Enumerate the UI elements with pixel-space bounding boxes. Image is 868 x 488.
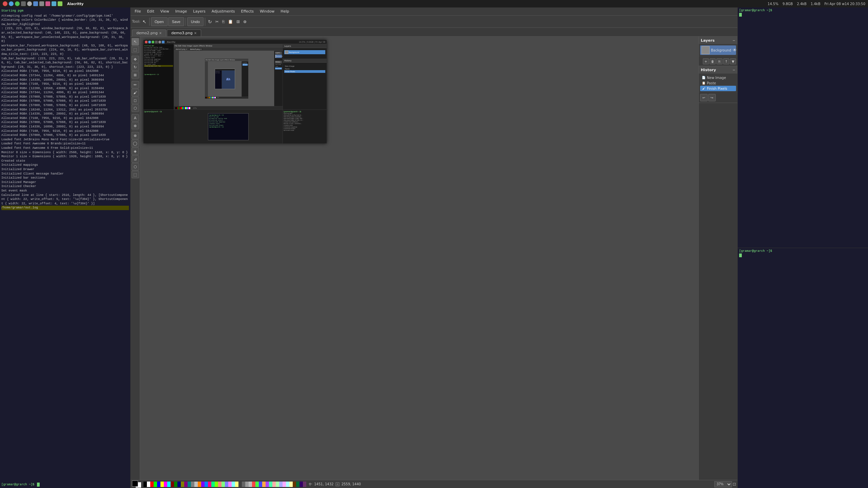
menu-view[interactable]: View (158, 8, 172, 14)
palette-color-swatch[interactable] (296, 482, 300, 487)
right-terminal-top[interactable]: [gramar@grarch ~]$ (738, 7, 868, 248)
paste-icon[interactable]: 📋 (227, 19, 234, 25)
palette-color-swatch[interactable] (228, 482, 232, 487)
palette-color-swatch[interactable] (269, 482, 272, 487)
palette-color-swatch[interactable] (232, 482, 235, 487)
cut-icon[interactable]: ✂ (214, 19, 220, 25)
tool-eyedropper[interactable]: ⊕ (132, 122, 139, 129)
left-terminal-prompt[interactable]: [gramar@grarch ~]$ (1, 483, 129, 487)
history-undo-button[interactable]: ↩ (700, 94, 708, 101)
palette-color-swatch[interactable] (184, 482, 188, 487)
palette-color-swatch[interactable] (303, 482, 306, 487)
zoom-select[interactable]: 25% 37% 50% 75% 100% 200% (714, 481, 732, 487)
palette-color-swatch[interactable] (221, 482, 225, 487)
history-item-paste[interactable]: 📋 Paste (700, 80, 736, 86)
palette-color-swatch[interactable] (205, 482, 208, 487)
menu-effects[interactable]: Effects (238, 8, 256, 14)
palette-color-swatch[interactable] (194, 482, 198, 487)
history-collapse-button[interactable]: − (733, 68, 735, 72)
menu-window[interactable]: Window (257, 8, 277, 14)
tool-crop[interactable]: ⬚ (132, 46, 139, 53)
palette-color-swatch[interactable] (188, 482, 191, 487)
palette-color-swatch[interactable] (143, 482, 147, 487)
history-panel-header[interactable]: History − (699, 66, 737, 74)
layer-more-button[interactable]: ▼ (730, 58, 736, 64)
palette-color-swatch[interactable] (245, 482, 249, 487)
app-icon-7[interactable] (39, 1, 44, 6)
menu-help[interactable]: Help (278, 8, 292, 14)
app-icon-5[interactable] (27, 1, 32, 6)
foreground-color-swatch[interactable] (132, 481, 138, 487)
tool-pencil[interactable]: ✏ (132, 81, 139, 88)
palette-color-swatch[interactable] (272, 482, 276, 487)
app-icon-4[interactable] (21, 1, 26, 6)
palette-color-swatch[interactable] (283, 482, 286, 487)
app-icon-2[interactable] (9, 1, 14, 6)
palette-color-swatch[interactable] (238, 482, 242, 487)
app-icon-9[interactable] (52, 1, 56, 6)
tool-heal[interactable]: ⬡ (132, 163, 139, 170)
app-icon-10[interactable] (58, 1, 62, 6)
tool-zoom[interactable]: ⊗ (132, 132, 139, 139)
tab-demo3[interactable]: demo3.png × (167, 29, 201, 36)
layer-visible-icon[interactable]: 👁 (733, 48, 737, 53)
palette-color-swatch[interactable] (218, 482, 221, 487)
transform-icon[interactable]: ⊞ (235, 19, 241, 25)
tab-demo3-close[interactable]: × (194, 31, 197, 35)
menu-edit[interactable]: Edit (144, 8, 157, 14)
redo-icon[interactable]: ↻ (207, 18, 213, 25)
open-button[interactable]: Open (151, 17, 168, 26)
layer-move-up-button[interactable]: ↑ (723, 58, 729, 64)
palette-color-swatch[interactable] (147, 482, 150, 487)
zoom-control[interactable]: 25% 37% 50% 75% 100% 200% ⊡ (714, 481, 736, 487)
menu-adjustments[interactable]: Adjustments (209, 8, 238, 14)
tool-rotate[interactable]: ↻ (132, 63, 139, 71)
menu-file[interactable]: File (132, 8, 143, 14)
palette-color-swatch[interactable] (191, 482, 194, 487)
palette-color-swatch[interactable] (289, 482, 293, 487)
palette-color-swatch[interactable] (211, 482, 215, 487)
tool-path[interactable]: ⊿ (132, 155, 139, 163)
palette-color-swatch[interactable] (198, 482, 201, 487)
palette-color-swatch[interactable] (181, 482, 184, 487)
palette-color-swatch[interactable] (154, 482, 157, 487)
palette-color-swatch[interactable] (286, 482, 289, 487)
palette-color-swatch[interactable] (157, 482, 160, 487)
layer-duplicate-button[interactable]: ⎘ (716, 58, 722, 64)
app-icon-6[interactable] (33, 1, 38, 6)
layers-panel-header[interactable]: Layers − (699, 37, 737, 44)
tool-lasso[interactable]: ◯ (132, 140, 139, 147)
undo-button[interactable]: Undo (187, 17, 204, 26)
tool-eraser[interactable]: ◻ (132, 97, 139, 104)
menu-image[interactable]: Image (173, 8, 190, 14)
palette-color-swatch[interactable] (177, 482, 181, 487)
tool-select[interactable]: ↖ (132, 38, 139, 45)
palette-color-swatch[interactable] (259, 482, 262, 487)
tool-move[interactable]: ✥ (132, 56, 139, 63)
palette-color-swatch[interactable] (249, 482, 252, 487)
palette-color-swatch[interactable] (255, 482, 259, 487)
layers-collapse-button[interactable]: − (733, 39, 735, 42)
tab-demo2-close[interactable]: × (159, 31, 162, 35)
tool-brush[interactable]: 🖌 (132, 89, 139, 96)
canvas-area[interactable]: Alacritty 14.5% | 9.8GB | Fri Apr 08 Sta… (140, 37, 698, 480)
tool-clone[interactable]: ⬚ (132, 171, 139, 178)
palette-color-swatch[interactable] (201, 482, 205, 487)
palette-color-swatch[interactable] (242, 482, 245, 487)
palette-color-swatch[interactable] (235, 482, 238, 487)
palette-color-swatch[interactable] (225, 482, 228, 487)
palette-color-swatch[interactable] (279, 482, 283, 487)
tool-text[interactable]: A (132, 114, 139, 122)
palette-color-swatch[interactable] (300, 482, 303, 487)
tool-fill[interactable]: ⬡ (132, 104, 139, 112)
tool-scale[interactable]: ⊞ (132, 71, 139, 79)
layer-delete-button[interactable]: 🗑 (710, 58, 716, 64)
history-item-finish-pixels[interactable]: 🖌 Finish Pixels (700, 86, 736, 91)
tool-magic-wand[interactable]: ◈ (132, 147, 139, 155)
palette-color-swatch[interactable] (215, 482, 218, 487)
palette-color-swatch[interactable] (150, 482, 154, 487)
layer-item-background[interactable]: Background 👁 (700, 45, 736, 55)
copy-icon[interactable]: ⎘ (221, 19, 226, 25)
app-icon-8[interactable] (45, 1, 50, 6)
app-icon-1[interactable] (3, 1, 7, 6)
